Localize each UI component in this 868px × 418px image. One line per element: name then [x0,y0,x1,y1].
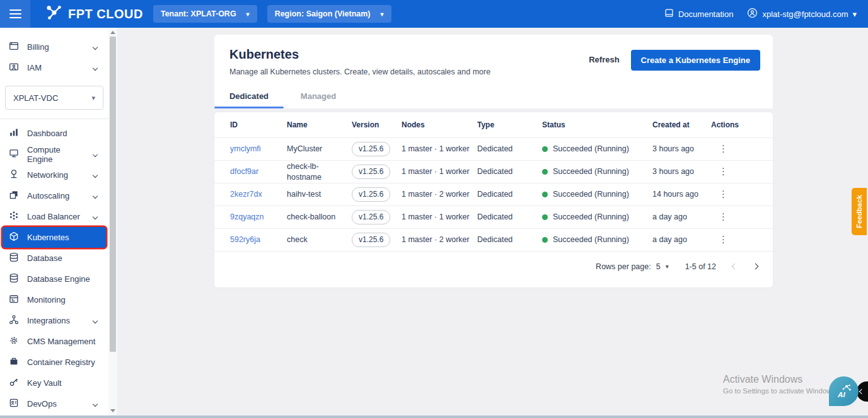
table-row: 9zqyaqzn check-balloon v1.25.6 1 master … [214,206,773,228]
chevron-down-icon: ▾ [246,11,250,18]
sidebar-item[interactable]: Load Balancer [3,206,106,227]
scroll-down-icon[interactable] [110,409,115,412]
row-actions-kebab-icon[interactable]: ⋮ [711,165,773,178]
sidebar-item-label: Database Engine [27,274,90,284]
chevron-down-icon [93,65,98,70]
column-header-created-at: Created at [652,120,711,130]
feedback-tab[interactable]: Feedback [852,188,867,235]
row-actions-kebab-icon[interactable]: ⋮ [711,211,773,223]
cluster-id-link[interactable]: ymclymfi [230,144,261,153]
sidebar-item[interactable]: Billing [3,37,106,57]
column-header-id: ID [230,120,287,130]
kubernetes-icon [9,231,19,243]
refresh-button[interactable]: Refresh [585,50,623,69]
cluster-type: Dedicated [477,189,542,200]
column-header-version: Version [352,120,402,130]
column-header-status: Status [542,120,652,130]
cluster-name: check-lb-hostname [287,161,352,183]
table-row: 2kezr7dx haihv-test v1.25.6 1 master · 2… [214,183,773,206]
integrations-icon [9,315,19,327]
page-subtitle: Manage all Kubernetes clusters. Create, … [229,67,490,76]
sidebar-scrollbar[interactable] [108,28,117,415]
sidebar-item-label: Monitoring [27,295,66,305]
sidebar-item[interactable]: Autoscaling [3,185,106,206]
documentation-link[interactable]: Documentation [664,8,733,20]
sidebar-item[interactable]: Key Vault [3,373,106,393]
dashboard-icon [9,127,19,139]
chevron-down-icon [93,214,98,219]
chevron-down-icon: ▾ [666,263,669,270]
scrollbar-thumb[interactable] [110,37,116,352]
sidebar-item[interactable]: Kubernetes [3,227,106,248]
tab[interactable]: Managed [284,83,353,108]
sidebar-item[interactable]: Networking [3,165,106,185]
cluster-nodes: 1 master · 2 worker [402,189,477,200]
sidebar-item-label: Compute Engine [27,145,85,164]
sidebar-item[interactable]: Database [3,248,106,269]
cluster-id-link[interactable]: 592ry6ja [230,235,260,244]
chevron-down-icon [93,44,98,49]
pagination-bar: Rows per page: 5 ▾ 1-5 of 12 [214,251,773,281]
column-header-name: Name [287,120,352,130]
scroll-up-icon[interactable] [110,31,115,34]
monitoring-icon [9,294,19,306]
cluster-nodes: 1 master · 1 worker [402,166,477,177]
rows-per-page-value: 5 [656,262,661,271]
cluster-nodes: 1 master · 1 worker [402,144,477,154]
svg-text:AI: AI [837,390,845,398]
ai-assistant-bubble[interactable]: AI [829,376,859,406]
tab[interactable]: Dedicated [214,83,284,108]
ai-molecule-icon: AI [835,383,853,400]
sidebar-item[interactable]: Compute Engine [3,144,106,165]
chevron-down-icon [93,318,98,323]
logo-molecule-icon [45,4,63,24]
region-selector[interactable]: Region: Saigon (Vietnam)▾ [267,5,391,23]
tenant-selector[interactable]: Tenant: XPLAT-ORG▾ [153,5,257,23]
chevron-down-icon: ▾ [381,11,384,18]
chevron-down-icon [93,193,98,198]
cluster-id-link[interactable]: 2kezr7dx [230,190,262,199]
cluster-type: Dedicated [477,166,542,177]
status-dot-icon [542,169,548,175]
sidebar-divider [0,119,108,119]
version-badge: v1.25.6 [352,142,390,156]
rows-per-page-select[interactable]: Rows per page: 5 ▾ [596,262,669,271]
next-page-icon[interactable] [753,264,759,270]
version-badge: v1.25.6 [352,210,390,224]
sidebar-item[interactable]: Monitoring [3,289,106,310]
previous-page-icon[interactable] [732,264,738,270]
sidebar-item[interactable]: DevOps [3,393,106,414]
autoscaling-icon [9,190,19,202]
cluster-id-link[interactable]: dfocf9ar [230,167,258,176]
table-header-row: ID Name Version Nodes Type Status Create… [214,112,773,137]
pagination-range: 1-5 of 12 [685,262,716,271]
created-at: 3 hours ago [652,166,711,177]
user-circle-icon [747,8,758,20]
row-actions-kebab-icon[interactable]: ⋮ [711,233,773,246]
status-text: Succeeded (Running) [553,235,629,245]
cluster-id-link[interactable]: 9zqyaqzn [230,212,264,221]
user-account-menu[interactable]: xplat-stg@fptcloud.com ▾ [747,8,857,20]
sidebar-item[interactable]: Dashboard [3,123,106,144]
create-kubernetes-engine-button[interactable]: Create a Kubernetes Engine [631,50,760,71]
sidebar-item-label: Billing [27,42,49,52]
cluster-nodes: 1 master · 1 worker [402,212,477,223]
sidebar-item[interactable]: Integrations [3,310,106,331]
user-email: xplat-stg@fptcloud.com [762,9,848,19]
status-dot-icon [542,237,548,243]
chevron-down-icon [93,401,98,406]
vdc-selector[interactable]: XPLAT-VDC ▾ [5,86,103,110]
sidebar-item[interactable]: Container Registry [3,352,106,373]
row-actions-kebab-icon[interactable]: ⋮ [711,188,773,200]
sidebar-item[interactable]: IAM [3,57,106,78]
main-content: Kubernetes Manage all Kubernetes cluster… [117,28,868,415]
hamburger-menu-icon[interactable] [0,0,30,28]
chevron-left-icon [859,389,864,394]
top-header-bar: FPT CLOUD Tenant: XPLAT-ORG▾ Region: Sai… [0,0,868,28]
sidebar-item-label: Dashboard [27,129,67,138]
sidebar-item[interactable]: Database Engine [3,269,106,289]
key-vault-icon [9,377,19,389]
sidebar-item[interactable]: CMS Management [3,331,106,352]
load-balancer-icon [9,211,19,223]
row-actions-kebab-icon[interactable]: ⋮ [711,142,773,155]
